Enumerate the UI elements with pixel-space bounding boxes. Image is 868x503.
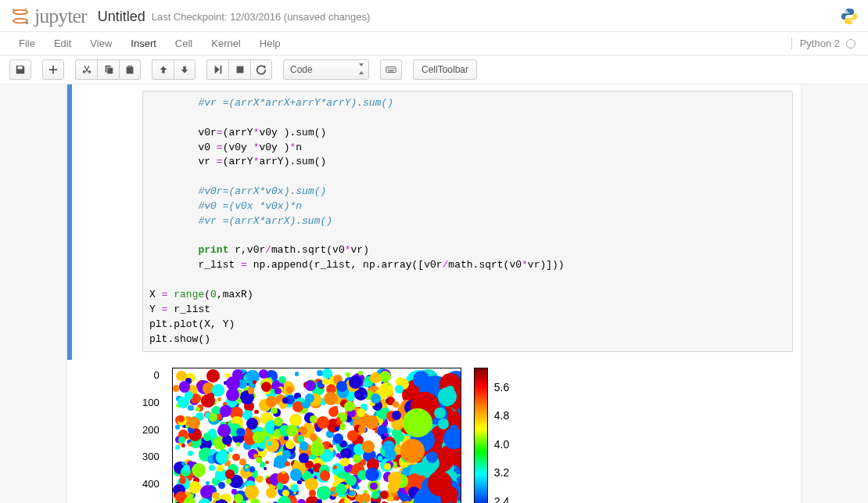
save-icon — [15, 64, 26, 75]
svg-point-3 — [26, 22, 28, 24]
restart-button[interactable] — [250, 59, 272, 80]
interrupt-button[interactable] — [228, 59, 250, 80]
copy-button[interactable] — [97, 59, 119, 80]
svg-rect-6 — [386, 67, 396, 73]
arrow-down-icon — [179, 64, 190, 75]
keyboard-icon — [386, 64, 396, 75]
cell-type-select[interactable]: Code — [283, 59, 369, 80]
add-cell-button[interactable] — [42, 59, 64, 80]
arrow-up-icon — [158, 64, 169, 75]
colorbar-ticks: 5.64.84.03.22.4 — [494, 368, 509, 503]
svg-rect-11 — [389, 70, 394, 71]
jupyter-wordmark: jupyter — [34, 5, 87, 28]
svg-rect-8 — [389, 68, 390, 69]
plus-icon — [48, 64, 59, 75]
step-forward-icon — [213, 64, 224, 75]
copy-icon — [103, 64, 114, 75]
kernel-name[interactable]: Python 2 — [800, 38, 840, 49]
menu-kernel[interactable]: Kernel — [202, 34, 250, 52]
menu-insert[interactable]: Insert — [121, 34, 166, 52]
menu-file[interactable]: File — [9, 34, 45, 52]
move-up-button[interactable] — [152, 59, 174, 80]
plot-y-axis: 0100200300400500 — [142, 368, 160, 503]
kernel-indicator: Python 2 — [791, 38, 859, 49]
svg-rect-5 — [236, 66, 243, 74]
svg-point-0 — [13, 10, 27, 15]
svg-point-2 — [13, 9, 15, 11]
restart-icon — [256, 64, 267, 75]
colorbar-gradient — [474, 368, 488, 503]
svg-point-1 — [13, 19, 27, 23]
cell-type-value: Code — [290, 64, 313, 75]
paste-icon — [124, 64, 135, 75]
kernel-status-icon — [846, 39, 855, 49]
notebook: #vr =(arrX*arrX+arrY*arrY).sum() v0r=(ar… — [66, 84, 802, 503]
menu-cell[interactable]: Cell — [166, 34, 202, 52]
stop-icon — [235, 64, 246, 75]
jupyter-logo[interactable]: jupyter — [9, 5, 87, 28]
menu-edit[interactable]: Edit — [45, 34, 81, 52]
cut-button[interactable] — [75, 59, 97, 80]
toolbar: Code CellToolbar — [0, 56, 868, 84]
jupyter-icon — [9, 5, 31, 27]
plot-figure: 0100200300400500 5.64.84.03.22.4 — [142, 368, 801, 503]
cell-output: 0100200300400500 5.64.84.03.22.4 — [135, 360, 801, 503]
cut-icon — [81, 64, 92, 75]
move-down-button[interactable] — [174, 59, 195, 80]
command-palette-button[interactable] — [380, 59, 402, 80]
menu-help[interactable]: Help — [250, 34, 290, 52]
save-button[interactable] — [9, 59, 31, 80]
svg-point-4 — [25, 8, 27, 9]
plot-image — [172, 368, 461, 503]
colorbar: 5.64.84.03.22.4 — [474, 368, 509, 503]
cell-toolbar-button[interactable]: CellToolbar — [413, 59, 477, 80]
menubar: File Edit View Insert Cell Kernel Help P… — [0, 32, 868, 56]
paste-button[interactable] — [119, 59, 141, 80]
menu-view[interactable]: View — [81, 34, 121, 52]
cell-toolbar-label: CellToolbar — [421, 64, 468, 75]
svg-rect-9 — [392, 68, 393, 69]
code-editor[interactable]: #vr =(arrX*arrX+arrY*arrY).sum() v0r=(ar… — [142, 91, 793, 352]
code-cell[interactable]: #vr =(arrX*arrX+arrY*arrY).sum() v0r=(ar… — [67, 84, 801, 360]
notebook-area: #vr =(arrX*arrX+arrY*arrY).sum() v0r=(ar… — [0, 84, 868, 503]
svg-rect-7 — [388, 68, 389, 69]
checkpoint-status: Last Checkpoint: 12/03/2016 (unsaved cha… — [152, 11, 371, 23]
notebook-title[interactable]: Untitled — [98, 9, 145, 25]
run-button[interactable] — [206, 59, 228, 80]
python-icon — [840, 7, 859, 26]
prompt-area — [72, 84, 135, 360]
header: jupyter Untitled Last Checkpoint: 12/03/… — [0, 0, 868, 32]
svg-rect-10 — [394, 68, 395, 69]
